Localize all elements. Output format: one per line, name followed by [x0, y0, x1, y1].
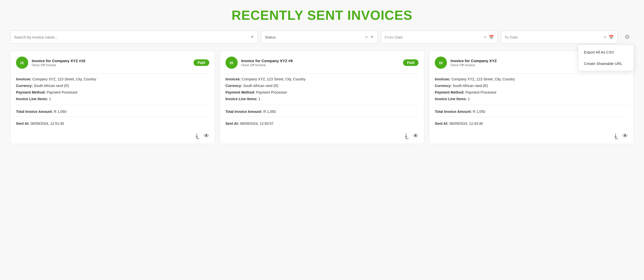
- from-date-filter[interactable]: From Date ✕ 📅: [381, 30, 498, 44]
- sent-at-field: Sent At: 06/09/2024, 12:43:40: [435, 120, 628, 126]
- clear-to-date-icon[interactable]: ✕: [603, 35, 607, 40]
- export-csv-item[interactable]: Export All As CSV: [578, 46, 634, 58]
- divider: [16, 73, 209, 74]
- search-input[interactable]: [14, 35, 250, 39]
- search-field[interactable]: ▼: [10, 30, 258, 44]
- divider: [226, 105, 419, 105]
- line-items-field: Invoice Line Items: 1: [435, 96, 628, 102]
- view-icon[interactable]: 👁: [204, 133, 209, 139]
- card-subtitle: Once Off Invoice: [32, 63, 190, 67]
- card-title-block: Invoice for Company XYZ #9 Once Off Invo…: [241, 58, 399, 67]
- sent-at-field: Sent At: 06/09/2024, 12:51:45: [16, 120, 209, 126]
- card-title: Invoice for Company XYZ #9: [241, 58, 399, 63]
- calendar-icon[interactable]: 📅: [609, 35, 614, 40]
- settings-dropdown: Export All As CSV Create Shareable URL: [578, 45, 634, 71]
- to-date-label: To Date: [505, 35, 601, 39]
- total-amount-field: Total Invoice Amount: R 1,050: [226, 108, 419, 114]
- calendar-icon[interactable]: 📅: [489, 35, 494, 40]
- invoice-card: IX Invoice for Company XYZ #10 Once Off …: [10, 51, 215, 144]
- view-icon[interactable]: 👁: [622, 133, 628, 139]
- divider: [435, 73, 628, 74]
- card-actions: ↓̲ 👁: [16, 130, 209, 139]
- currency-field: Currency: South African rand (R): [435, 83, 628, 89]
- currency-field: Currency: South African rand (R): [226, 83, 419, 89]
- view-icon[interactable]: 👁: [413, 133, 418, 139]
- divider: [16, 117, 209, 117]
- card-actions: ↓̲ 👁: [435, 130, 628, 139]
- download-icon[interactable]: ↓̲: [404, 133, 408, 139]
- status-filter[interactable]: Status ✕ ▼: [261, 30, 378, 44]
- filter-bar: ▼ Status ✕ ▼ From Date ✕ 📅 To Date ✕ 📅 ⚙…: [10, 30, 634, 44]
- download-icon[interactable]: ↓̲: [195, 133, 199, 139]
- clear-from-date-icon[interactable]: ✕: [484, 35, 487, 40]
- currency-field: Currency: South African rand (R): [16, 83, 209, 89]
- card-title-block: Invoice for Company XYZ #10 Once Off Inv…: [32, 58, 190, 67]
- status-badge: Paid: [403, 59, 419, 66]
- download-icon[interactable]: ↓̲: [613, 133, 618, 139]
- card-actions: ↓̲ 👁: [226, 130, 419, 139]
- card-header: IX Invoice for Company XYZ #9 Once Off I…: [226, 57, 419, 69]
- invoice-card: IX Invoice for Company XYZ #9 Once Off I…: [220, 51, 425, 144]
- payment-method-field: Payment Method: Payment Processor: [435, 90, 628, 95]
- payment-method-field: Payment Method: Payment Processor: [16, 90, 209, 95]
- divider: [435, 117, 628, 117]
- to-date-filter[interactable]: To Date ✕ 📅: [501, 30, 618, 44]
- settings-button[interactable]: ⚙: [621, 30, 634, 44]
- status-label: Status: [265, 35, 363, 39]
- total-amount-field: Total Invoice Amount: R 1,050: [435, 108, 628, 114]
- divider: [226, 73, 419, 74]
- status-badge: Paid: [194, 59, 209, 66]
- divider: [435, 105, 628, 105]
- divider: [16, 105, 209, 105]
- card-title: Invoice for Company XYZ #10: [32, 58, 190, 63]
- from-date-label: From Date: [385, 35, 481, 39]
- card-subtitle: Once Off Invoice: [241, 63, 399, 67]
- invoicee-field: Invoicee: Company XYZ, 123 Street, City,…: [435, 77, 628, 82]
- invoicee-field: Invoicee: Company XYZ, 123 Street, City,…: [226, 77, 419, 82]
- page-title: RECENTLY SENT INVOICES: [10, 8, 634, 23]
- avatar: IX: [16, 57, 28, 69]
- invoicee-field: Invoicee: Company XYZ, 123 Street, City,…: [16, 77, 209, 82]
- avatar: IX: [435, 57, 447, 69]
- invoice-cards: IX Invoice for Company XYZ #10 Once Off …: [10, 51, 634, 144]
- chevron-down-icon[interactable]: ▼: [370, 35, 374, 39]
- shareable-url-item[interactable]: Create Shareable URL: [578, 58, 634, 69]
- total-amount-field: Total Invoice Amount: R 1,050: [16, 108, 209, 114]
- chevron-down-icon: ▼: [250, 35, 254, 39]
- payment-method-field: Payment Method: Payment Processor: [226, 90, 419, 95]
- line-items-field: Invoice Line Items: 1: [16, 96, 209, 102]
- card-header: IX Invoice for Company XYZ #10 Once Off …: [16, 57, 209, 69]
- settings-wrapper: ⚙ Export All As CSV Create Shareable URL: [621, 30, 634, 44]
- line-items-field: Invoice Line Items: 1: [226, 96, 419, 102]
- sent-at-field: Sent At: 06/09/2024, 12:50:57: [226, 120, 419, 126]
- avatar: IX: [226, 57, 238, 69]
- divider: [226, 117, 419, 117]
- clear-status-icon[interactable]: ✕: [365, 35, 368, 40]
